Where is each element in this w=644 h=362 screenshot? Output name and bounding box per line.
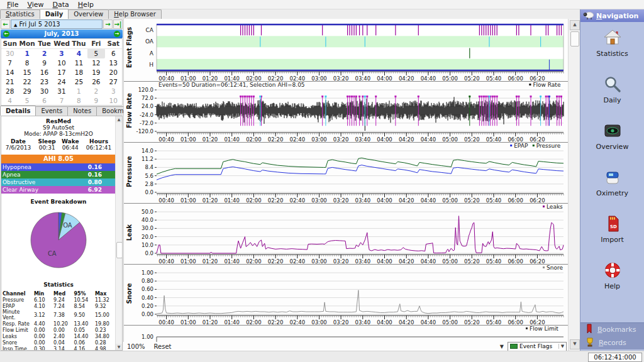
calendar-day-cell[interactable]: 9 [36,58,53,68]
scroll-down-arrow[interactable]: ▼ [116,344,122,350]
calendar-day-cell[interactable]: 27 [105,77,122,86]
calendar-day-cell[interactable]: 30 [1,48,18,58]
details-tab-events[interactable]: Events [35,106,68,116]
calendar-day-cell[interactable]: 16 [36,68,53,77]
day-summary-table: DateSleepWakeHours7/6/201300:3106:4406:1… [1,138,116,151]
chart-pressure[interactable]: 14.011.28.45.62.80.0PressurePressureEPAP… [124,142,569,204]
svg-text:Flow Limit: Flow Limit [530,326,558,332]
last-day-button[interactable]: →| [113,19,123,29]
calendar-day-cell[interactable]: 14 [1,68,18,77]
tab-overview[interactable]: Overview [68,9,109,19]
calendar-day-cell[interactable]: 8 [18,58,35,68]
calendar-day-cell[interactable]: 4 [1,96,18,105]
calendar-prev-month-button[interactable]: ← [3,31,9,37]
sidebar-item-daily[interactable]: Daily [580,75,644,104]
calendar-day-cell[interactable]: 30 [36,86,53,96]
calendar-day-cell[interactable]: 8 [70,96,87,105]
svg-text:-72.0: -72.0 [140,120,153,126]
tab-statistics[interactable]: Statistics [0,9,40,19]
scroll-down-arrow[interactable]: ▼ [570,339,580,349]
calendar-day-cell[interactable]: 28 [1,86,18,96]
calendar-day-cell[interactable]: 23 [36,77,53,86]
calendar-day-cell[interactable]: 26 [87,77,104,86]
calendar-day-cell[interactable]: 2 [87,86,104,96]
calendar-day-cell[interactable]: 20 [105,68,122,77]
calendar-day-cell[interactable]: 17 [53,68,70,77]
details-scrollbar[interactable]: ▲ ▼ [115,116,122,350]
next-day-button[interactable]: → [103,19,113,29]
calendar-day-cell[interactable]: 7 [1,58,18,68]
calendar-day-cell[interactable]: 10 [53,58,70,68]
prev-day-button[interactable]: ← [1,19,10,29]
scroll-up-arrow[interactable]: ▲ [116,116,122,123]
sidebar-footer-bookmarks[interactable]: Bookmarks [580,323,644,336]
chart-flow-limit[interactable]: Flow Limit1.00Flow Limitation [124,325,569,342]
calendar-day-cell[interactable]: 12 [87,58,104,68]
calendar-day-cell[interactable]: 10 [105,96,122,105]
calendar-day-cell[interactable]: 5 [87,48,104,58]
sidebar-footer-records[interactable]: Records [580,336,644,349]
scrollbar-thumb[interactable] [570,31,579,47]
graph-dropdown-arrow[interactable]: ▼ [500,344,504,349]
chart-flow-rate[interactable]: 120.072.024.0-24.0-72.0-120.0Flow RateEv… [124,81,569,143]
calendar-day-header: Sun [1,39,18,48]
chart-snore[interactable]: 1.000.800.600.400.200.00SnoreSnore00:400… [124,264,569,326]
details-tab-details[interactable]: Details [0,106,36,116]
calendar-day-header: Wed [53,39,70,48]
calendar-day-cell[interactable]: 19 [87,68,104,77]
calendar-day-header: Thu [70,39,87,48]
calendar-day-cell[interactable]: 18 [70,68,87,77]
sidebar-item-help[interactable]: Help [580,261,644,290]
chart-event-flags[interactable]: Event FlagsCAOAAH00:4001:0001:2001:4002:… [124,21,569,81]
calendar-day-cell[interactable]: 24 [53,77,70,86]
details-tab-notes[interactable]: Notes [67,106,97,116]
calendar-day-cell[interactable]: 1 [70,86,87,96]
calendar-day-cell[interactable]: 4 [70,48,87,58]
machine-model: S9 AutoSet [1,124,116,131]
calendar-day-cell[interactable]: 11 [70,58,87,68]
svg-text:03:00: 03:00 [311,75,327,81]
svg-text:Flow Rate: Flow Rate [126,93,133,128]
chart-leak[interactable]: 50.040.030.020.010.00.0LeakLeaks00:4001:… [124,203,569,265]
calendar-day-cell[interactable]: 13 [105,58,122,68]
calendar-day-cell[interactable]: 6 [105,48,122,58]
sidebar-item-statistics[interactable]: Statistics [580,28,644,58]
menu-data[interactable]: Data [48,1,74,9]
current-date-box[interactable]: ▲Fri Jul 5 2013 [11,19,103,29]
svg-text:Leak: Leak [126,224,133,241]
calendar-day-cell[interactable]: 9 [87,96,104,105]
tab-help-browser[interactable]: Help Browser [108,9,162,19]
calendar-day-cell[interactable]: 29 [18,86,35,96]
calendar-day-cell[interactable]: 3 [53,48,70,58]
scroll-up-arrow[interactable]: ▲ [570,20,580,30]
svg-text:24.0: 24.0 [142,103,153,109]
calendar-day-cell[interactable]: 7 [53,96,70,105]
reset-zoom-button[interactable]: Reset [154,343,172,350]
calendar-day-cell[interactable]: 15 [18,68,35,77]
svg-text:04:20: 04:20 [399,75,414,81]
calendar-day-cell[interactable]: 2 [36,48,53,58]
menu-view[interactable]: View [23,1,48,9]
calendar-day-cell[interactable]: 5 [18,96,35,105]
calendar-day-header: Sat [105,39,122,48]
menu-file[interactable]: File [3,1,23,9]
tab-daily[interactable]: Daily [40,9,69,19]
calendar-day-cell[interactable]: 6 [36,96,53,105]
calendar-day-cell[interactable]: 31 [53,86,70,96]
calendar-day-cell[interactable]: 25 [70,77,87,86]
calendar-day-cell[interactable]: 21 [1,77,18,86]
menu-help[interactable]: Help [74,1,98,9]
graph-select-combobox[interactable]: Event Flags ▼ [508,342,567,351]
calendar-day-cell[interactable]: 3 [105,86,122,96]
calendar-day-cell[interactable]: 22 [18,77,35,86]
calendar-next-month-button[interactable]: → [114,31,120,37]
calendar-day-cell[interactable]: 1 [18,48,35,58]
sidebar-item-overview[interactable]: Overview [580,121,644,151]
sidebar-item-label: Overview [580,143,644,151]
sidebar-item-oximetry[interactable]: Oximetry [580,168,644,197]
sheep-icon [583,11,596,21]
scrollbar-thumb[interactable] [116,242,123,258]
svg-text:5.6: 5.6 [145,173,153,179]
graphs-scrollbar[interactable]: ▲ ▼ [568,19,580,351]
sidebar-item-import[interactable]: SDImport [580,214,644,244]
